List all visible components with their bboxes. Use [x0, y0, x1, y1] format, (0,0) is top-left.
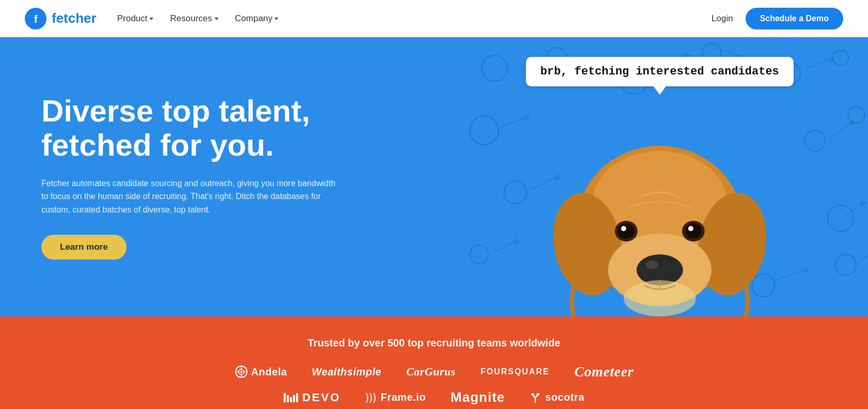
svg-point-9 — [804, 130, 825, 151]
svg-text:f: f — [34, 13, 38, 24]
navbar-right: Login Schedule a Demo — [711, 8, 843, 29]
socotra-logo: socotra — [530, 391, 584, 403]
logo-text: fetcher — [52, 10, 97, 26]
svg-point-13 — [470, 245, 488, 264]
logos-row-2: DEVO ))) Frame.io Magnite socotra — [25, 389, 843, 405]
svg-marker-41 — [804, 267, 809, 274]
devo-logo: DEVO — [284, 391, 340, 404]
frameio-waves-icon: ))) — [365, 391, 376, 403]
navbar-left: f fetcher Product Resources Company — [25, 8, 278, 29]
svg-line-25 — [807, 59, 830, 68]
hero-description: Fetcher automates candidate sourcing and… — [41, 177, 341, 217]
svg-point-50 — [618, 223, 634, 239]
svg-point-10 — [848, 107, 864, 123]
nav-product[interactable]: Product — [117, 13, 154, 24]
nav-links: Product Resources Company — [117, 13, 279, 24]
svg-point-2 — [482, 55, 507, 81]
hero-section: Diverse top talent, fetched for you. Fet… — [0, 37, 868, 316]
devo-bars-icon — [284, 393, 298, 402]
fetcher-logo-icon: f — [25, 8, 47, 29]
trusted-title: Trusted by over 500 top recruiting teams… — [25, 337, 843, 349]
navbar: f fetcher Product Resources Company Logi… — [0, 0, 868, 37]
chevron-down-icon — [149, 18, 153, 20]
foursquare-logo: FOURSQUARE — [481, 367, 550, 376]
trusted-section: Trusted by over 500 top recruiting teams… — [0, 316, 868, 409]
svg-marker-30 — [851, 120, 855, 126]
chevron-down-icon — [214, 18, 219, 20]
svg-marker-28 — [525, 115, 530, 121]
svg-point-56 — [624, 280, 696, 316]
svg-marker-34 — [861, 200, 865, 206]
svg-point-54 — [688, 226, 693, 231]
andela-logo: Andela — [235, 365, 287, 378]
svg-line-37 — [859, 252, 868, 262]
frameio-logo: ))) Frame.io — [365, 391, 426, 403]
svg-line-29 — [830, 123, 851, 138]
svg-point-53 — [685, 223, 702, 239]
logo[interactable]: f fetcher — [25, 8, 97, 29]
socotra-icon — [530, 392, 541, 403]
nav-company[interactable]: Company — [235, 13, 279, 24]
svg-point-14 — [835, 254, 856, 275]
svg-point-12 — [828, 205, 854, 231]
svg-point-8 — [470, 116, 499, 145]
hero-title: Diverse top talent, fetched for you. — [41, 94, 410, 162]
svg-point-11 — [504, 181, 526, 204]
hero-left: Diverse top talent, fetched for you. Fet… — [0, 37, 452, 316]
svg-line-27 — [500, 117, 525, 128]
chevron-down-icon — [274, 18, 278, 20]
schedule-demo-button[interactable]: Schedule a Demo — [746, 8, 843, 29]
cometeer-logo: Cometeer — [575, 363, 633, 380]
hero-right: brb, fetching interested candidates — [452, 37, 868, 316]
svg-marker-36 — [515, 239, 519, 245]
svg-line-35 — [494, 241, 515, 252]
nav-resources[interactable]: Resources — [170, 13, 218, 24]
speech-bubble: brb, fetching interested candidates — [526, 57, 794, 86]
login-button[interactable]: Login — [711, 13, 733, 24]
cargurus-logo: CarGurus — [406, 365, 456, 378]
svg-line-33 — [846, 203, 861, 216]
learn-more-button[interactable]: Learn more — [41, 235, 127, 260]
logos-row-1: Andela Wealthsimple CarGurus FOURSQUARE … — [25, 363, 843, 380]
svg-point-51 — [621, 226, 626, 231]
wealthsimple-logo: Wealthsimple — [312, 366, 382, 378]
svg-point-48 — [646, 261, 658, 269]
dog-illustration — [536, 120, 784, 316]
andela-icon — [235, 365, 248, 378]
svg-point-7 — [833, 50, 848, 66]
svg-point-59 — [240, 371, 242, 373]
magnite-logo: Magnite — [451, 389, 505, 405]
